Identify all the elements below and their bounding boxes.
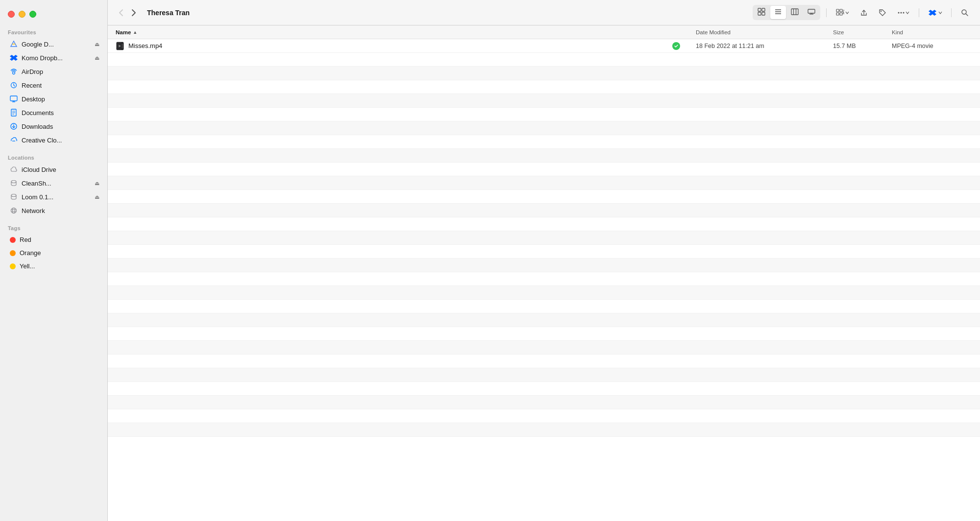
file-list: Misses.mp4 18 Feb 2022 at 11:21 am 15.7 …	[108, 39, 980, 521]
icloud-icon	[10, 166, 18, 173]
share-button[interactable]	[857, 6, 871, 19]
maximize-button[interactable]	[29, 11, 36, 18]
empty-row	[108, 121, 980, 135]
svg-rect-23	[762, 12, 765, 15]
empty-row	[108, 217, 980, 231]
sidebar-item-creative-cloud[interactable]: Creative Clo...	[3, 134, 104, 146]
sidebar-item-label: Downloads	[22, 123, 53, 130]
sidebar-item-komo-dropbox[interactable]: Komo Dropb... ⏏	[3, 51, 104, 64]
window-controls	[0, 5, 107, 25]
sidebar-item-network[interactable]: Network	[3, 204, 104, 217]
forward-button[interactable]	[128, 7, 139, 19]
network-icon	[10, 207, 18, 214]
empty-row	[108, 108, 980, 121]
sidebar-item-yellow[interactable]: Yell...	[3, 260, 104, 272]
empty-row	[108, 80, 980, 94]
size-column-header[interactable]: Size	[829, 25, 888, 39]
empty-row	[108, 149, 980, 163]
svg-rect-20	[758, 8, 761, 11]
group-by-button[interactable]	[833, 6, 853, 19]
dropbox-button[interactable]	[925, 7, 945, 19]
svg-point-43	[903, 12, 905, 13]
eject-icon[interactable]: ⏏	[95, 41, 99, 47]
column-headers: Name ▲ Date Modified Size Kind	[108, 25, 980, 39]
svg-point-17	[13, 208, 15, 213]
file-date-cell: 18 Feb 2022 at 11:21 am	[692, 43, 829, 49]
eject-icon[interactable]: ⏏	[95, 194, 99, 200]
sidebar-item-desktop[interactable]: Desktop	[3, 93, 104, 105]
column-view-button[interactable]	[787, 6, 803, 19]
sidebar-item-loom[interactable]: Loom 0.1... ⏏	[3, 190, 104, 203]
file-name-cell: Misses.mp4	[112, 42, 692, 50]
gallery-view-button[interactable]	[804, 6, 819, 19]
empty-row	[108, 94, 980, 108]
sidebar-item-cleansh[interactable]: CleanSh... ⏏	[3, 177, 104, 189]
svg-point-16	[11, 208, 17, 213]
nav-buttons	[116, 7, 139, 19]
sidebar-item-documents[interactable]: Documents	[3, 106, 104, 119]
kind-column-header[interactable]: Kind	[888, 25, 976, 39]
sidebar-item-label: Yell...	[20, 262, 35, 270]
empty-row	[108, 204, 980, 217]
eject-icon[interactable]: ⏏	[95, 180, 99, 187]
sidebar-item-icloud-drive[interactable]: iCloud Drive	[3, 163, 104, 176]
empty-row	[108, 245, 980, 259]
sidebar-item-downloads[interactable]: Downloads	[3, 120, 104, 133]
downloads-icon	[10, 122, 18, 130]
sidebar-item-label: Red	[20, 236, 31, 243]
icon-view-button[interactable]	[754, 6, 769, 19]
more-button[interactable]	[894, 6, 913, 19]
eject-icon[interactable]: ⏏	[95, 55, 99, 61]
name-column-header[interactable]: Name ▲	[112, 25, 692, 39]
date-col-label: Date Modified	[696, 29, 731, 35]
back-button[interactable]	[116, 7, 126, 19]
empty-row	[108, 341, 980, 355]
sidebar-item-red[interactable]: Red	[3, 234, 104, 246]
sort-arrow: ▲	[133, 30, 137, 35]
empty-row	[108, 382, 980, 396]
empty-row	[108, 286, 980, 300]
sidebar-item-label: Creative Clo...	[22, 137, 62, 144]
empty-row	[108, 231, 980, 245]
sidebar-item-recent[interactable]: Recent	[3, 79, 104, 92]
empty-row	[108, 259, 980, 272]
svg-point-2	[13, 72, 15, 74]
sidebar-item-label: Orange	[20, 249, 41, 257]
sidebar-item-airdrop[interactable]: AirDrop	[3, 65, 104, 78]
svg-rect-22	[758, 12, 761, 15]
sync-status	[672, 42, 684, 50]
date-modified-column-header[interactable]: Date Modified	[692, 25, 829, 39]
documents-icon	[10, 109, 18, 117]
video-file-icon	[116, 42, 124, 50]
list-view-button[interactable]	[770, 6, 786, 19]
table-row[interactable]: Misses.mp4 18 Feb 2022 at 11:21 am 15.7 …	[108, 39, 980, 53]
sidebar-item-label: AirDrop	[22, 68, 43, 75]
empty-row	[108, 300, 980, 313]
minimize-button[interactable]	[19, 11, 25, 18]
empty-row	[108, 176, 980, 190]
empty-row	[108, 190, 980, 204]
svg-rect-34	[836, 13, 839, 15]
empty-row	[108, 163, 980, 176]
svg-rect-49	[122, 43, 123, 48]
sidebar-item-orange[interactable]: Orange	[3, 247, 104, 259]
sidebar-item-label: Network	[22, 207, 45, 214]
empty-row	[108, 368, 980, 382]
empty-row	[108, 272, 980, 286]
favourites-section-label: Favourites	[0, 25, 107, 37]
sidebar-item-google-drive[interactable]: Google D... ⏏	[3, 38, 104, 50]
tag-button[interactable]	[875, 6, 890, 19]
file-name: Misses.mp4	[128, 42, 162, 49]
close-button[interactable]	[8, 11, 15, 18]
empty-row	[108, 355, 980, 368]
svg-rect-29	[791, 9, 798, 15]
orange-tag-dot	[10, 250, 16, 256]
toolbar: Theresa Tran	[108, 0, 980, 25]
sidebar-item-label: Google D...	[22, 41, 54, 48]
search-button[interactable]	[957, 6, 972, 19]
view-buttons-group	[753, 5, 820, 20]
locations-section-label: Locations	[0, 151, 107, 163]
creative-cloud-icon	[10, 136, 18, 144]
empty-row	[108, 313, 980, 327]
svg-point-42	[901, 12, 902, 13]
